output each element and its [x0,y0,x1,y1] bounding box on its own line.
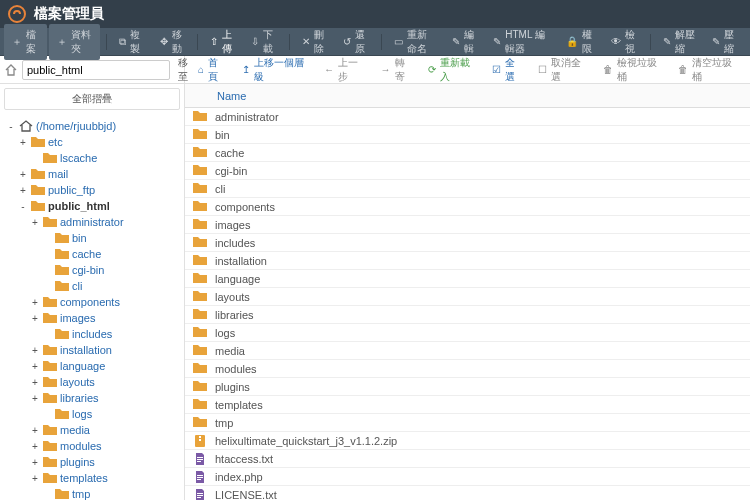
move-button[interactable]: ✥移動 [152,24,194,60]
tree-label: templates [60,472,108,484]
tree-node-templates[interactable]: +templates [2,470,182,486]
tree-node-cli[interactable]: cli [2,278,182,294]
tree-node-administrator[interactable]: +administrator [2,214,182,230]
file-row[interactable]: templates [185,396,750,414]
toggle-icon[interactable]: + [30,393,40,404]
file-name: htaccess.txt [215,453,273,465]
file-row[interactable]: administrator [185,108,750,126]
tree-node-libraries[interactable]: +libraries [2,390,182,406]
tree-node-publichtml[interactable]: -public_html [2,198,182,214]
collapse-all-button[interactable]: 全部摺疊 [4,88,180,110]
toggle-icon[interactable]: - [18,201,28,212]
tree-node-bin[interactable]: bin [2,230,182,246]
toggle-icon[interactable]: + [30,297,40,308]
folder-icon [55,488,69,500]
tree-node-logs[interactable]: logs [2,406,182,422]
file-row[interactable]: cache [185,144,750,162]
empty-trash-button[interactable]: 🗑清空垃圾桶 [671,53,744,87]
toggle-icon[interactable]: + [18,185,28,196]
separator [381,34,382,50]
toggle-icon[interactable]: + [30,377,40,388]
toggle-icon[interactable]: + [30,313,40,324]
view-trash-button[interactable]: 🗑檢視垃圾桶 [596,53,669,87]
file-row[interactable]: index.php [185,468,750,486]
file-row[interactable]: language [185,270,750,288]
tree-node-includes[interactable]: includes [2,326,182,342]
file-row[interactable]: htaccess.txt [185,450,750,468]
file-row[interactable]: plugins [185,378,750,396]
back-button[interactable]: ←上一步 [317,53,372,87]
file-row[interactable]: LICENSE.txt [185,486,750,500]
file-row[interactable]: libraries [185,306,750,324]
tree-node-modules[interactable]: +modules [2,438,182,454]
svg-rect-5 [197,459,203,460]
copy-button[interactable]: ⧉複製 [111,24,152,60]
file-row[interactable]: cgi-bin [185,162,750,180]
file-row[interactable]: modules [185,360,750,378]
new-file-button[interactable]: ＋檔案 [4,24,47,60]
file-icon [193,470,209,484]
plus-icon: ＋ [57,35,67,49]
home-icon[interactable] [4,63,18,77]
toggle-icon[interactable]: + [30,457,40,468]
toggle-icon[interactable]: - [6,121,16,132]
tree-node-tmp[interactable]: tmp [2,486,182,500]
tree-node-homerjuubbjd[interactable]: -(/home/rjuubbjd) [2,118,182,134]
folder-icon [193,344,209,358]
folder-icon [193,380,209,394]
folder-icon [193,326,209,340]
folder-icon [43,392,57,404]
file-name: cgi-bin [215,165,247,177]
file-name: bin [215,129,230,141]
file-row[interactable]: tmp [185,414,750,432]
tree-label: plugins [60,456,95,468]
toggle-icon[interactable]: + [30,361,40,372]
forward-button[interactable]: →轉寄 [374,53,419,87]
tree-node-publicftp[interactable]: +public_ftp [2,182,182,198]
reload-button[interactable]: ⟳重新載入 [421,53,483,87]
tree-node-images[interactable]: +images [2,310,182,326]
new-folder-button[interactable]: ＋資料夾 [49,24,100,60]
file-row[interactable]: images [185,216,750,234]
tree-label: cache [72,248,101,260]
tree-node-language[interactable]: +language [2,358,182,374]
tree-node-etc[interactable]: +etc [2,134,182,150]
file-row[interactable]: installation [185,252,750,270]
select-all-button[interactable]: ☑全選 [485,53,529,87]
file-row[interactable]: helixultimate_quickstart_j3_v1.1.2.zip [185,432,750,450]
path-input[interactable] [22,60,170,80]
file-row[interactable]: bin [185,126,750,144]
tree-label: (/home/rjuubbjd) [36,120,116,132]
file-row[interactable]: layouts [185,288,750,306]
toggle-icon[interactable]: + [30,345,40,356]
toggle-icon[interactable]: + [30,217,40,228]
cpanel-logo-icon [8,5,26,23]
tree-node-components[interactable]: +components [2,294,182,310]
toggle-icon[interactable]: + [30,473,40,484]
tree-node-installation[interactable]: +installation [2,342,182,358]
tree-node-cgibin[interactable]: cgi-bin [2,262,182,278]
file-row[interactable]: logs [185,324,750,342]
name-column-header[interactable]: Name [217,90,246,102]
tree-label: images [60,312,95,324]
file-row[interactable]: includes [185,234,750,252]
home-button[interactable]: ⌂首頁 [191,53,233,87]
file-name: plugins [215,381,250,393]
up-level-button[interactable]: ↥上移一個層級 [235,53,315,87]
tree-node-cache[interactable]: cache [2,246,182,262]
file-row[interactable]: components [185,198,750,216]
tree-node-plugins[interactable]: +plugins [2,454,182,470]
folder-icon [31,168,45,180]
file-row[interactable]: media [185,342,750,360]
tree-node-layouts[interactable]: +layouts [2,374,182,390]
tree-node-mail[interactable]: +mail [2,166,182,182]
unselect-all-button[interactable]: ☐取消全選 [531,53,594,87]
toggle-icon[interactable]: + [30,441,40,452]
tree-label: language [60,360,105,372]
file-row[interactable]: cli [185,180,750,198]
toggle-icon[interactable]: + [18,137,28,148]
tree-node-media[interactable]: +media [2,422,182,438]
toggle-icon[interactable]: + [18,169,28,180]
tree-node-lscache[interactable]: lscache [2,150,182,166]
toggle-icon[interactable]: + [30,425,40,436]
